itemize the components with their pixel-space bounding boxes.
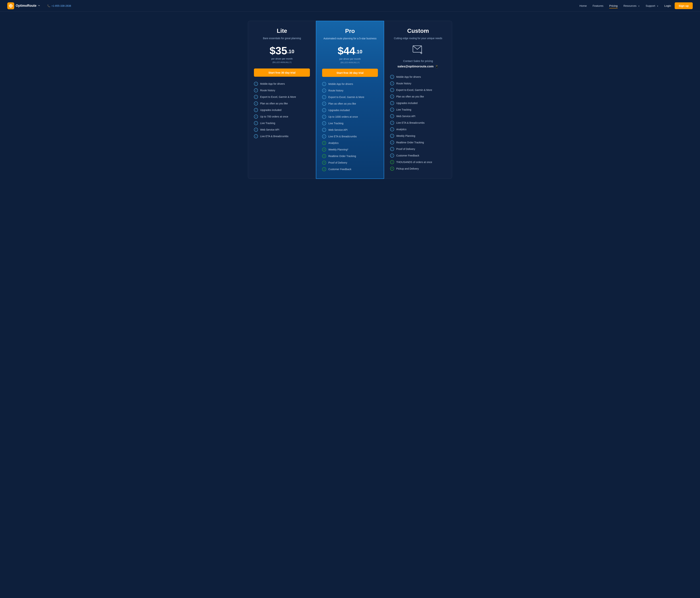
feature-label: Plan as often as you like [396, 95, 424, 98]
nav-item-resources[interactable]: Resources ▼ [623, 4, 640, 7]
nav-link-support[interactable]: Support ▼ [646, 4, 659, 7]
list-item: Web Service API [390, 114, 446, 118]
list-item: Live Tracking [322, 121, 378, 125]
plan-pro: Pro Automated route planning for a 5-sta… [316, 21, 384, 179]
plan-lite-cta-button[interactable]: Start free 30 day trial [254, 69, 310, 77]
check-icon [390, 88, 394, 92]
check-icon [390, 147, 394, 151]
phone-contact[interactable]: 📞 +1-855-338-2838 [47, 4, 71, 7]
feature-label: Analytics [328, 141, 339, 145]
plan-lite-price-period: per driver per month [254, 57, 310, 60]
list-item: Plan as often as you like [390, 95, 446, 99]
feature-label: Live ETA & Breadcrumbs [396, 121, 425, 124]
list-item: Analytics [322, 141, 378, 145]
nav-item-pricing[interactable]: Pricing [609, 4, 618, 7]
nav-link-home[interactable]: Home [579, 4, 587, 7]
plus-icon [322, 141, 326, 145]
feature-label: THOUSANDS of orders at once [396, 161, 432, 163]
feature-label: Mobile App for drivers [328, 82, 353, 85]
feature-label: Live ETA & Breadcrumbs [260, 135, 289, 138]
logo[interactable]: OptimoRoute™ [7, 2, 40, 9]
plan-custom-contact-email: sales@optimoroute.com 📱 [390, 65, 446, 68]
list-item: Web Service API [322, 128, 378, 132]
list-item: Realtime Order Tracking [390, 140, 446, 145]
nav-link-resources[interactable]: Resources ▼ [623, 4, 640, 7]
list-item: Upgrades included [322, 108, 378, 112]
check-icon [322, 82, 326, 86]
check-icon [390, 81, 394, 85]
feature-label: Upgrades included [396, 102, 418, 105]
feature-label: Upgrades included [328, 109, 350, 112]
check-icon [390, 154, 394, 158]
list-item: Route history [390, 81, 446, 85]
plus-icon [390, 167, 394, 171]
list-item: Proof of Delivery [322, 161, 378, 165]
plan-pro-cta-button[interactable]: Start free 30 day trial [322, 69, 378, 77]
plan-pro-price-period: per driver per month [322, 57, 378, 60]
nav-item-home[interactable]: Home [579, 4, 587, 7]
pricing-section: Lite Bare essentials for great planning … [241, 12, 459, 190]
login-button[interactable]: Login [664, 4, 671, 7]
list-item: Route history [254, 88, 310, 92]
feature-label: Live Tracking [260, 122, 275, 125]
check-icon [254, 114, 258, 119]
plus-icon [322, 154, 326, 158]
check-icon [390, 127, 394, 131]
list-item: Weekly Planning [390, 134, 446, 138]
nav-link-pricing[interactable]: Pricing [609, 4, 618, 8]
feature-label: Proof of Delivery [328, 161, 347, 164]
check-icon [322, 88, 326, 93]
signup-button[interactable]: Sign up [675, 2, 693, 9]
list-item: Pickup and Delivery [390, 167, 446, 171]
feature-label: Customer Feedback [396, 154, 419, 157]
list-item: Weekly Planning* [322, 148, 378, 152]
feature-label: Live Tracking [328, 122, 343, 125]
feature-label: Export to Excel, Garmin & More [396, 88, 432, 92]
feature-label: Web Service API [328, 128, 347, 131]
list-item: THOUSANDS of orders at once [390, 160, 446, 164]
list-item: Live ETA & Breadcrumbs [254, 134, 310, 138]
nav-link-features[interactable]: Features [593, 4, 603, 7]
mail-icon [390, 45, 446, 56]
plan-lite: Lite Bare essentials for great planning … [248, 21, 316, 179]
plan-pro-features: Mobile App for drivers Route history Exp… [322, 82, 378, 171]
feature-label: Realtime Order Tracking [396, 141, 424, 144]
list-item: Proof of Delivery [390, 147, 446, 151]
check-icon [322, 121, 326, 125]
mobile-icon: 📱 [435, 65, 439, 68]
plus-icon [390, 160, 394, 164]
plan-custom-name: Custom [390, 27, 446, 34]
feature-label: Pickup and Delivery [396, 167, 419, 170]
plan-lite-price: $35.10 [254, 45, 310, 56]
feature-label: Web Service API [260, 128, 279, 131]
check-icon [254, 95, 258, 99]
plan-custom-features: Mobile App for drivers Route history Exp… [390, 75, 446, 171]
plan-lite-desc: Bare essentials for great planning [254, 36, 310, 40]
feature-label: Up to 700 orders at once [260, 115, 288, 118]
check-icon [322, 95, 326, 99]
plan-lite-price-cents: .10 [287, 49, 294, 54]
navbar-actions: Login Sign up [664, 2, 693, 9]
phone-number: +1-855-338-2838 [51, 4, 71, 7]
phone-icon: 📞 [47, 4, 50, 7]
list-item: Upgrades included [254, 108, 310, 112]
list-item: Plan as often as you like [322, 102, 378, 106]
nav-item-support[interactable]: Support ▼ [646, 4, 659, 7]
feature-label: Weekly Planning [396, 134, 415, 137]
check-icon [254, 128, 258, 132]
list-item: Live ETA & Breadcrumbs [322, 134, 378, 138]
list-item: Live Tracking [390, 108, 446, 112]
check-icon [322, 102, 326, 106]
list-item: Upgrades included [390, 101, 446, 105]
logo-trademark: ™ [38, 5, 40, 7]
check-icon [254, 82, 258, 86]
feature-label: Analytics [396, 128, 406, 131]
nav-item-features[interactable]: Features [593, 4, 603, 7]
feature-label: Up to 1000 orders at once [328, 115, 358, 118]
feature-label: Proof of Delivery [396, 148, 415, 151]
check-icon [322, 128, 326, 132]
list-item: Customer Feedback [322, 167, 378, 171]
feature-label: Upgrades included [260, 109, 281, 111]
feature-label: Route history [396, 82, 411, 85]
feature-label: Plan as often as you like [260, 102, 288, 105]
